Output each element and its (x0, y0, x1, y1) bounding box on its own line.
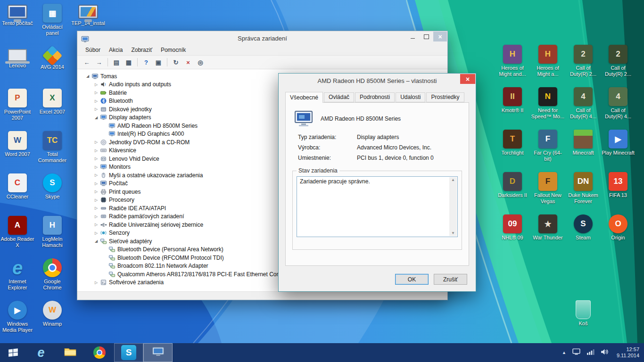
desktop-icon-torchlight[interactable]: TTorchlight (495, 130, 529, 156)
forward-button[interactable]: → (93, 57, 105, 67)
update-driver-button[interactable]: ↻ (170, 57, 182, 67)
maximize-button[interactable] (420, 32, 433, 41)
expand-icon[interactable]: ▷ (93, 107, 99, 111)
desktop-icon-windows-media-player[interactable]: ▶Windows Media Player (0, 301, 34, 333)
taskbar-clock[interactable]: 12:57 9.11.2014 (617, 346, 639, 359)
desktop-icon-duke-nukem-forever[interactable]: DNDuke Nukem Forever (566, 172, 600, 204)
desktop-icon-fifa-13[interactable]: 13FIFA 13 (601, 172, 635, 198)
expand-icon[interactable]: ▷ (93, 231, 99, 235)
desktop-icon-minecraft[interactable]: Minecraft (566, 130, 600, 156)
desktop-icon-control-panel[interactable]: ▦Ovládací panel (35, 4, 69, 36)
tab-prostriedky[interactable]: Prostriedky (426, 92, 464, 102)
back-button[interactable]: ← (81, 57, 92, 67)
collapse-icon[interactable]: ◢ (93, 115, 99, 120)
properties-button[interactable]: ▣ (153, 57, 164, 67)
desktop-icon-lenovo[interactable]: Lenovo (0, 46, 34, 69)
desktop-icon-winamp[interactable]: WWinamp (35, 301, 69, 327)
desktop-icon-darksiders-ii[interactable]: DDarksiders II (495, 172, 529, 198)
desktop-icon-avg-2014[interactable]: AVG 2014 (35, 46, 69, 70)
uninstall-device-button[interactable]: × (182, 57, 194, 67)
device-status-box[interactable]: Zariadenie pracuje správne. ▲ ▼ (297, 176, 458, 237)
expand-icon[interactable]: ▷ (93, 214, 99, 219)
desktop-icon-kmotr-ii[interactable]: IIKmotr® II (495, 87, 529, 114)
menu-item-3[interactable]: Pomocník (157, 46, 190, 54)
collapse-icon[interactable]: ◢ (93, 239, 99, 243)
minimize-button[interactable] (406, 32, 420, 41)
desktop-icon-total-commander[interactable]: TCTotal Commander (35, 131, 69, 163)
show-hidden-icons-button[interactable]: ▲ (562, 350, 566, 355)
expand-icon[interactable]: ▷ (93, 148, 99, 153)
desktop-icon-steam[interactable]: SSteam (566, 214, 600, 241)
console-tree-button[interactable]: ▤ (111, 57, 122, 67)
menu-item-1[interactable]: Akcia (105, 46, 127, 54)
desktop-icon-call-of-duty-2-b[interactable]: 2Call of Duty(R) 2... (601, 45, 635, 77)
expand-icon[interactable]: ▷ (93, 140, 99, 144)
desktop-icon-powerpoint-2007[interactable]: PPowerPoint 2007 (0, 89, 34, 121)
taskbar-skype-button[interactable]: S (114, 343, 143, 362)
help-button[interactable]: ? (140, 57, 152, 67)
menu-item-0[interactable]: Súbor (81, 46, 105, 54)
tab-udalosti[interactable]: Udalosti (396, 92, 425, 102)
ok-button[interactable]: OK (395, 274, 429, 285)
device-manager-titlebar[interactable]: Správca zariadení × (77, 31, 447, 45)
export-list-button[interactable]: ▦ (123, 57, 134, 67)
expand-icon[interactable]: ▷ (93, 189, 99, 194)
tray-network-icon[interactable] (586, 348, 594, 357)
scroll-down-icon[interactable]: ▼ (451, 230, 455, 236)
taskbar-device-manager-button[interactable] (143, 343, 173, 362)
expand-icon[interactable]: ▷ (93, 173, 99, 177)
expand-icon[interactable]: ▷ (93, 181, 99, 186)
tray-volume-icon[interactable] (601, 348, 609, 357)
tab-ovl-da-[interactable]: Ovládač (324, 92, 354, 102)
desktop-icon-adobe-reader-x[interactable]: AAdobe Reader X (0, 216, 34, 248)
expand-icon[interactable]: ▷ (93, 222, 99, 227)
desktop-icon-need-for-speed[interactable]: NNeed for Speed™ Mo... (531, 87, 565, 119)
expand-icon[interactable]: ▷ (93, 206, 99, 210)
dialog-titlebar[interactable]: AMD Radeon HD 8500M Series – vlastnosti … (279, 74, 476, 88)
desktop-icon-fallout-new-vegas[interactable]: FFallout New Vegas (531, 172, 565, 204)
desktop-icon-internet-explorer[interactable]: eInternet Explorer (0, 258, 34, 290)
desktop-icon-logmein-hamachi[interactable]: HLogMeIn Hamachi (35, 216, 69, 248)
menu-item-2[interactable]: Zobraziť (127, 46, 157, 54)
scroll-up-icon[interactable]: ▲ (451, 177, 455, 183)
desktop-icon-origin[interactable]: OOrigin (601, 214, 635, 241)
expand-icon[interactable]: ▷ (93, 280, 99, 285)
expand-icon[interactable]: ▷ (93, 99, 99, 103)
desktop-icon-heroes-of-might-1[interactable]: HHeroes of Might and... (495, 45, 529, 77)
desktop-icon-skype[interactable]: SSkype (35, 173, 69, 200)
cancel-button[interactable]: Zrušiť (434, 274, 467, 285)
status-scrollbar[interactable]: ▲ ▼ (449, 177, 457, 236)
taskbar-internet-explorer-button[interactable]: e (26, 343, 56, 362)
desktop-icon-google-chrome[interactable]: Google Chrome (35, 258, 69, 290)
horizontal-scrollbar[interactable] (77, 291, 447, 300)
desktop-icon-tep-14-instal[interactable]: TEP_14_instal (71, 4, 105, 26)
desktop-icon-recycle-bin[interactable]: Koš (566, 299, 600, 327)
desktop-icon-excel-2007[interactable]: XExcel 2007 (35, 89, 69, 115)
taskbar-google-chrome-button[interactable] (85, 343, 114, 362)
scan-hardware-changes-button[interactable]: ◎ (195, 57, 206, 67)
desktop-icon-call-of-duty-2-a[interactable]: 2Call of Duty(R) 2... (566, 45, 600, 77)
taskbar-file-explorer-button[interactable] (56, 343, 85, 362)
close-button[interactable]: × (433, 32, 447, 41)
expand-icon[interactable]: ▷ (93, 90, 99, 95)
expand-icon[interactable]: ▷ (93, 165, 99, 169)
tray-display-icon[interactable] (572, 348, 580, 357)
expand-icon[interactable]: ▷ (93, 82, 99, 87)
desktop-icon-war-thunder[interactable]: ★War Thunder (531, 214, 565, 241)
expand-icon[interactable]: ▷ (93, 198, 99, 202)
start-button[interactable] (0, 343, 26, 362)
tab-v-eobecn-[interactable]: Všeobecné (285, 92, 323, 103)
desktop-icon-this-pc[interactable]: Tento počítač (0, 4, 34, 26)
expand-icon[interactable]: ▷ (93, 156, 99, 161)
desktop-icon-play-minecraft[interactable]: ▶Play Minecraft (601, 130, 635, 156)
tab-podrobnosti[interactable]: Podrobnosti (355, 92, 395, 102)
desktop-icon-word-2007[interactable]: WWord 2007 (0, 131, 34, 157)
desktop-icon-call-of-duty-4-b[interactable]: 4Call of Duty(R) 4... (601, 87, 635, 119)
desktop-icon-call-of-duty-4-a[interactable]: 4Call of Duty(R) 4... (566, 87, 600, 119)
desktop-icon-ccleaner[interactable]: CCCleaner (0, 173, 34, 200)
desktop-icon-nhl-09[interactable]: 09NHL® 09 (495, 214, 529, 241)
collapse-icon[interactable]: ◢ (85, 74, 91, 78)
desktop-icon-heroes-of-might-2[interactable]: HHeroes of Might a... (531, 45, 565, 77)
dialog-close-button[interactable]: × (460, 74, 475, 84)
desktop-icon-far-cry[interactable]: FFar Cry (64-bit) (531, 130, 565, 162)
